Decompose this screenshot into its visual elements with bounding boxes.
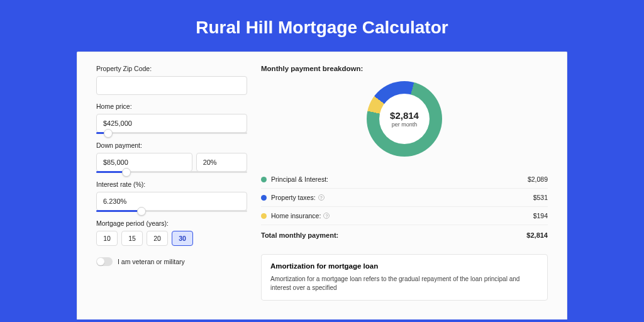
period-button-30[interactable]: 30 (172, 231, 193, 246)
down-payment-pct-input[interactable] (196, 153, 247, 172)
legend-dot (261, 195, 267, 201)
zip-input[interactable] (96, 76, 247, 95)
legend-dot (261, 177, 267, 182)
calculator-panel: Property Zip Code: Home price: Down paym… (77, 52, 567, 319)
slider-fill (96, 210, 142, 212)
price-input[interactable] (96, 114, 247, 133)
slider-thumb[interactable] (104, 129, 113, 138)
slider-thumb[interactable] (122, 168, 131, 177)
price-label: Home price: (96, 103, 247, 110)
legend-row: Property taxes: ?$531 (261, 189, 548, 207)
rate-input[interactable] (96, 192, 247, 211)
legend-label: Principal & Interest: (271, 175, 328, 183)
input-form: Property Zip Code: Home price: Down paym… (96, 65, 247, 301)
down-payment-input[interactable] (96, 153, 192, 172)
total-value: $2,814 (526, 231, 548, 239)
toggle-knob (97, 258, 104, 265)
period-button-10[interactable]: 10 (96, 231, 118, 246)
legend-value: $194 (533, 212, 548, 219)
slider-thumb[interactable] (137, 207, 146, 216)
amortization-title: Amortization for mortgage loan (270, 262, 538, 270)
legend: Principal & Interest:$2,089Property taxe… (261, 170, 548, 225)
info-icon[interactable]: ? (318, 194, 325, 201)
period-button-20[interactable]: 20 (147, 231, 168, 246)
total-row: Total monthly payment: $2,814 (261, 225, 548, 243)
breakdown-heading: Monthly payment breakdown: (261, 65, 548, 72)
rate-slider[interactable] (96, 210, 247, 212)
page-title: Rural Hill Mortgage Calculator (0, 0, 644, 52)
down-payment-label: Down payment: (96, 142, 247, 149)
donut-chart: $2,814 per month (367, 81, 442, 157)
breakdown-panel: Monthly payment breakdown: $2,814 per mo… (261, 65, 548, 301)
amortization-text: Amortization for a mortgage loan refers … (270, 275, 538, 292)
amortization-card: Amortization for mortgage loan Amortizat… (261, 254, 548, 301)
period-label: Mortgage period (years): (96, 219, 247, 227)
legend-value: $531 (533, 194, 548, 201)
legend-label: Home insurance: ? (271, 212, 330, 219)
donut-amount: $2,814 (390, 110, 419, 121)
legend-label: Property taxes: ? (271, 194, 325, 201)
donut-sub: per month (392, 121, 418, 128)
period-button-15[interactable]: 15 (121, 231, 143, 246)
legend-row: Principal & Interest:$2,089 (261, 170, 548, 189)
total-label: Total monthly payment: (261, 231, 338, 239)
info-icon[interactable]: ? (323, 213, 330, 219)
down-payment-slider[interactable] (96, 171, 247, 173)
legend-value: $2,089 (528, 175, 548, 183)
veteran-toggle[interactable] (96, 257, 113, 266)
donut-chart-wrap: $2,814 per month (261, 79, 548, 159)
legend-row: Home insurance: ?$194 (261, 207, 548, 225)
zip-label: Property Zip Code: (96, 65, 247, 72)
price-slider[interactable] (96, 132, 247, 134)
period-buttons: 10152030 (96, 231, 247, 246)
veteran-label: I am veteran or military (118, 258, 185, 265)
legend-dot (261, 213, 267, 219)
donut-center: $2,814 per month (379, 94, 430, 144)
rate-label: Interest rate (%): (96, 180, 247, 188)
